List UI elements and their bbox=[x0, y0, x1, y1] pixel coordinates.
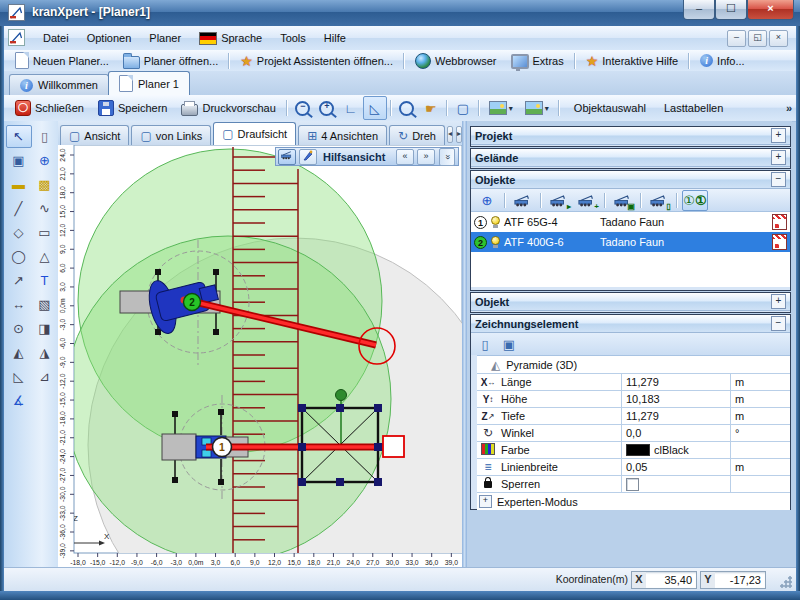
mdi-close-button[interactable]: × bbox=[769, 30, 788, 47]
tab-scroll-left-button[interactable]: ◂ bbox=[447, 126, 453, 143]
background-image-dropdown[interactable]: ▾ bbox=[483, 96, 519, 120]
image-tool-button[interactable]: ▩ bbox=[32, 173, 58, 196]
maximize-button[interactable]: ☐ bbox=[715, 0, 747, 20]
pan-button[interactable]: ☛ bbox=[419, 96, 443, 120]
toolbar-overflow-button[interactable]: » bbox=[786, 102, 792, 114]
expand-icon[interactable]: + bbox=[771, 150, 786, 165]
tab-planer1[interactable]: Planer 1 bbox=[108, 71, 190, 95]
load-table-icon[interactable] bbox=[772, 214, 787, 230]
resize-grip[interactable] bbox=[779, 575, 792, 588]
view-tab-draufsicht[interactable]: ▢Draufsicht bbox=[213, 122, 296, 145]
menu-hilfe[interactable]: Hilfe bbox=[315, 30, 355, 46]
polyline-tool-button[interactable]: ∿ bbox=[32, 197, 58, 220]
visibility-bulb-icon[interactable] bbox=[491, 216, 500, 228]
menu-optionen[interactable]: Optionen bbox=[78, 30, 141, 46]
zoom-in-button[interactable]: + bbox=[315, 96, 339, 120]
visibility-bulb-icon[interactable] bbox=[491, 236, 500, 248]
tab-willkommen[interactable]: iWillkommen bbox=[9, 74, 109, 95]
property-value[interactable]: 0,0 bbox=[622, 425, 731, 441]
zoom-region-button[interactable] bbox=[395, 96, 419, 120]
helper-collapse-button[interactable]: » bbox=[439, 148, 455, 166]
property-value[interactable]: clBlack bbox=[622, 442, 731, 458]
wedge-tool-button[interactable]: ◺ bbox=[6, 365, 32, 388]
trash-tool-button[interactable]: ▯ bbox=[32, 125, 58, 148]
object-move-button[interactable]: ⊕ bbox=[474, 190, 500, 211]
menu-tools[interactable]: Tools bbox=[271, 30, 315, 46]
extras-button[interactable]: Extras bbox=[504, 49, 571, 72]
view-image-dropdown[interactable]: ▾ bbox=[519, 96, 555, 120]
drawing-canvas[interactable]: 2 1 Z X -18,0-15,0-12,0-9,0-6,0-3,00,0m3… bbox=[58, 145, 462, 567]
cylinder-h-tool-button[interactable]: ◨ bbox=[32, 317, 58, 340]
move-tool-button[interactable]: ⊕ bbox=[32, 149, 58, 172]
ruler-tool-button[interactable]: ▬ bbox=[6, 173, 32, 196]
copy-element-button[interactable]: ▣ bbox=[499, 337, 519, 352]
view-tab-dreh[interactable]: ↻Dreh bbox=[389, 125, 445, 145]
helper-crane-button[interactable] bbox=[278, 149, 296, 165]
helper-wizard-button[interactable] bbox=[299, 149, 317, 165]
menu-datei[interactable]: Datei bbox=[34, 30, 78, 46]
select-area-button[interactable]: ▢ bbox=[451, 96, 475, 120]
expand-icon[interactable]: + bbox=[479, 495, 492, 508]
ruler-toggle-button[interactable]: ◺ bbox=[363, 96, 387, 120]
menu-sprache[interactable]: Sprache bbox=[190, 30, 271, 47]
minimize-button[interactable]: – bbox=[683, 0, 715, 20]
cone-tool-button[interactable]: ⊿ bbox=[32, 365, 58, 388]
measure-tool-button[interactable]: ∡ bbox=[6, 389, 32, 412]
cylinder-tool-button[interactable]: ⊙ bbox=[6, 317, 32, 340]
load-table-icon[interactable] bbox=[772, 234, 787, 250]
property-value[interactable] bbox=[622, 476, 731, 492]
view-tab-von-links[interactable]: ▢von Links bbox=[131, 125, 211, 145]
collapse-icon[interactable]: − bbox=[771, 316, 786, 331]
view-tab-ansicht[interactable]: ▢Ansicht bbox=[60, 125, 129, 145]
triangle-tool-button[interactable]: △ bbox=[32, 245, 58, 268]
object-row-atf-65g-4[interactable]: 1ATF 65G-4Tadano Faun bbox=[471, 212, 790, 232]
select-tool-button[interactable]: ↖ bbox=[6, 125, 32, 148]
mdi-restore-button[interactable]: ◱ bbox=[748, 30, 767, 47]
save-button[interactable]: Speichern bbox=[91, 97, 175, 119]
group-header[interactable]: Zeichnungselement− bbox=[471, 315, 790, 333]
expert-mode-row[interactable]: + Experten-Modus bbox=[477, 493, 790, 510]
group-header[interactable]: Objekt+ bbox=[471, 293, 790, 311]
axis-corner-button[interactable]: ∟ bbox=[339, 96, 363, 120]
group-header[interactable]: Projekt+ bbox=[471, 127, 790, 145]
close-button[interactable]: × bbox=[747, 0, 794, 20]
ellipse-tool-button[interactable]: ◯ bbox=[6, 245, 32, 268]
polygon-tool-button[interactable]: ◇ bbox=[6, 221, 32, 244]
pyramid-tool-button[interactable]: ◭ bbox=[6, 341, 32, 364]
pyramid2-tool-button[interactable]: ◮ bbox=[32, 341, 58, 364]
group-header[interactable]: Gelände+ bbox=[471, 149, 790, 167]
view-tab-4-ansichten[interactable]: ⊞4 Ansichten bbox=[298, 125, 387, 145]
lock-checkbox[interactable] bbox=[626, 478, 639, 491]
helper-next-button[interactable]: » bbox=[417, 149, 435, 165]
helper-prev-button[interactable]: « bbox=[396, 149, 414, 165]
object-crane-button[interactable] bbox=[510, 190, 536, 211]
arrow-tool-button[interactable]: ↗ bbox=[6, 269, 32, 292]
text-tool-button[interactable]: T bbox=[32, 269, 58, 292]
property-value[interactable]: 11,279 bbox=[622, 408, 731, 424]
close-planner-button[interactable]: ◯Schließen bbox=[8, 97, 91, 119]
menu-planer[interactable]: Planer bbox=[140, 30, 190, 46]
interactive-help-button[interactable]: ★Interaktive Hilfe bbox=[579, 51, 685, 71]
project-wizard-button[interactable]: ★Projekt Assistenten öffnen... bbox=[233, 51, 400, 71]
line-tool-button[interactable]: ╱ bbox=[6, 197, 32, 220]
object-row-atf-400g-6[interactable]: 2ATF 400G-6Tadano Faun bbox=[471, 232, 790, 252]
zoom-out-button[interactable]: − bbox=[291, 96, 315, 120]
group-header[interactable]: Objekte− bbox=[471, 171, 790, 189]
object-selection-button[interactable]: Objektauswahl bbox=[563, 99, 653, 117]
mdi-minimize-button[interactable]: – bbox=[727, 30, 746, 47]
object-select-crane-button[interactable]: ▸ bbox=[546, 190, 572, 211]
print-preview-button[interactable]: Druckvorschau bbox=[174, 97, 282, 119]
expand-icon[interactable]: + bbox=[771, 128, 786, 143]
open-planner-button[interactable]: Planer öffnen... bbox=[116, 50, 225, 72]
load-tables-button[interactable]: Lasttabellen bbox=[653, 99, 730, 117]
expand-icon[interactable]: + bbox=[771, 294, 786, 309]
property-value[interactable]: 11,279 bbox=[622, 374, 731, 390]
dimension-tool-button[interactable]: ↔ bbox=[6, 293, 32, 316]
object-copy-crane-button[interactable]: ▣ bbox=[610, 190, 636, 211]
cube-tool-button[interactable]: ▧ bbox=[32, 293, 58, 316]
object-delete-crane-button[interactable]: ▯ bbox=[646, 190, 672, 211]
info-button[interactable]: iInfo... bbox=[693, 51, 752, 70]
rectangle-tool-button[interactable]: ▭ bbox=[32, 221, 58, 244]
collapse-icon[interactable]: − bbox=[771, 172, 786, 187]
delete-element-button[interactable]: ▯ bbox=[475, 337, 495, 352]
